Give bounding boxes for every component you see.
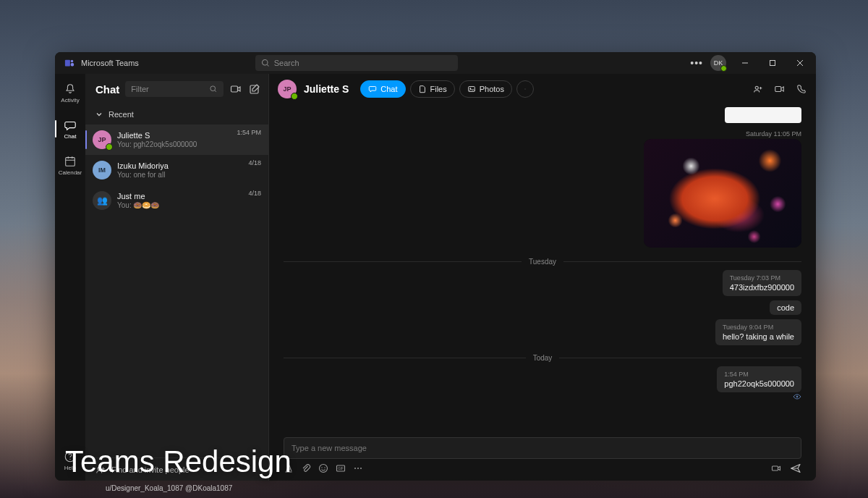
people-icon[interactable] [752, 83, 764, 95]
message-timestamp: Tuesday 9:04 PM [723, 324, 794, 331]
chat-icon [368, 85, 377, 93]
recent-section-toggle[interactable]: Recent [85, 104, 268, 124]
date-separator: Today [284, 354, 801, 362]
svg-point-1 [71, 60, 74, 63]
chevron-down-icon [95, 111, 103, 118]
conversation-tabs: Chat Files Photos [360, 80, 534, 98]
rail-activity[interactable]: Activity [56, 77, 84, 109]
message-image[interactable] [644, 139, 801, 248]
svg-rect-17 [231, 86, 238, 92]
phone-call-icon[interactable] [796, 83, 807, 95]
contact-avatar[interactable]: JP [278, 80, 297, 98]
minimize-button[interactable] [732, 54, 758, 72]
chat-panel-header: Chat Filter [85, 74, 268, 104]
svg-point-26 [755, 86, 758, 89]
recent-label: Recent [109, 110, 134, 119]
svg-point-15 [210, 86, 216, 91]
app-name: Microsoft Teams [81, 59, 139, 67]
message-bubble[interactable]: 1:54 PM pgh22oqk5s000000 [717, 366, 801, 392]
chat-icon [64, 119, 77, 132]
video-clip-icon[interactable] [771, 463, 781, 473]
message-timestamp: 1:54 PM [724, 371, 794, 378]
avatar: JP [93, 130, 111, 149]
tab-photos[interactable]: Photos [459, 80, 512, 98]
chat-item[interactable]: IM Izuku Midoriya You: one for all 4/18 [85, 155, 268, 185]
chat-item[interactable]: 👥 Just me You: 🍩🥯🍩 4/18 [85, 185, 268, 216]
meet-now-button[interactable] [229, 83, 242, 96]
message-bubble[interactable]: code [770, 300, 801, 315]
teams-logo-icon [64, 57, 75, 69]
maximize-button[interactable] [760, 54, 786, 72]
svg-line-16 [215, 90, 216, 92]
message-timestamp: Saturday 11:05 PM [746, 130, 801, 138]
video-call-icon[interactable] [774, 83, 786, 95]
message-text: pgh22oqk5s000000 [724, 379, 794, 388]
message-timestamp: Tuesday 7:03 PM [730, 274, 794, 282]
send-icon[interactable] [790, 463, 801, 473]
overlay-title: Teams Redesign [65, 444, 292, 479]
chat-item-name: Izuku Midoriya [117, 161, 242, 171]
message-scroll[interactable]: Saturday 11:05 PM Tuesday Tuesday 7:03 P… [269, 104, 816, 433]
message-bubble[interactable]: Tuesday 7:03 PM 473izdxfbz900000 [723, 270, 801, 296]
avatar: 👥 [93, 191, 111, 210]
new-chat-button[interactable] [248, 83, 261, 96]
file-icon [418, 85, 427, 93]
chat-item-name: Just me [117, 191, 242, 201]
date-separator: Tuesday [284, 258, 801, 266]
window-controls: ••• DK [690, 54, 813, 72]
chat-item[interactable]: JP Juliette S You: pgh22oqk5s000000 1:54… [85, 124, 268, 155]
message-composer: Type a new message GIF [269, 433, 816, 481]
chat-panel-title: Chat [95, 83, 119, 96]
svg-point-3 [262, 60, 268, 66]
chat-item-preview: You: one for all [117, 171, 242, 180]
conversation-header: JP Juliette S Chat Files Photos [269, 74, 816, 104]
rail-calendar[interactable]: Calendar [56, 149, 84, 181]
search-icon [209, 85, 218, 93]
chat-item-time: 1:54 PM [237, 129, 261, 136]
chat-list-panel: Chat Filter Recent JP [85, 74, 269, 481]
tab-label: Photos [480, 85, 504, 93]
close-button[interactable] [787, 54, 813, 72]
abstract-image-content [644, 139, 801, 248]
filter-placeholder: Filter [131, 85, 148, 93]
svg-point-32 [321, 467, 322, 468]
svg-line-4 [267, 64, 268, 66]
message-text: 473izdxfbz900000 [730, 283, 794, 292]
tab-chat[interactable]: Chat [360, 80, 405, 98]
contact-name: Juliette S [304, 83, 349, 95]
chat-item-name: Juliette S [117, 130, 231, 140]
composer-toolbar: GIF [284, 463, 801, 473]
svg-point-30 [796, 396, 799, 398]
svg-rect-6 [770, 61, 775, 66]
more-menu-icon[interactable]: ••• [690, 57, 703, 69]
svg-rect-39 [773, 466, 778, 470]
plus-icon [524, 85, 526, 93]
message-bubble[interactable]: Tuesday 9:04 PM hello? taking a while [715, 319, 801, 345]
image-icon [467, 85, 476, 93]
message-attachment-preview[interactable] [725, 107, 801, 123]
svg-rect-29 [775, 86, 781, 91]
add-tab-button[interactable] [516, 80, 534, 98]
rail-chat[interactable]: Chat [56, 113, 84, 145]
rail-label: Activity [61, 97, 79, 104]
teams-window: Microsoft Teams Search ••• DK Activity C… [55, 52, 816, 481]
message-text: hello? taking a while [723, 332, 794, 341]
gif-icon[interactable]: GIF [336, 463, 346, 473]
chat-item-preview: You: pgh22oqk5s000000 [117, 140, 231, 149]
emoji-icon[interactable] [318, 463, 328, 473]
input-placeholder: Type a new message [292, 444, 367, 452]
global-search[interactable]: Search [255, 55, 458, 71]
message-input[interactable]: Type a new message [284, 437, 801, 459]
rail-label: Chat [64, 133, 77, 140]
chat-item-time: 4/18 [248, 159, 261, 166]
filter-input[interactable]: Filter [125, 81, 224, 97]
user-avatar[interactable]: DK [710, 55, 726, 71]
svg-rect-9 [66, 157, 75, 166]
attach-icon[interactable] [301, 463, 311, 473]
tab-files[interactable]: Files [410, 80, 455, 98]
tab-label: Chat [380, 85, 397, 93]
bell-icon [64, 83, 77, 96]
more-icon[interactable] [353, 463, 363, 473]
titlebar: Microsoft Teams Search ••• DK [55, 52, 816, 74]
svg-point-31 [320, 465, 328, 473]
